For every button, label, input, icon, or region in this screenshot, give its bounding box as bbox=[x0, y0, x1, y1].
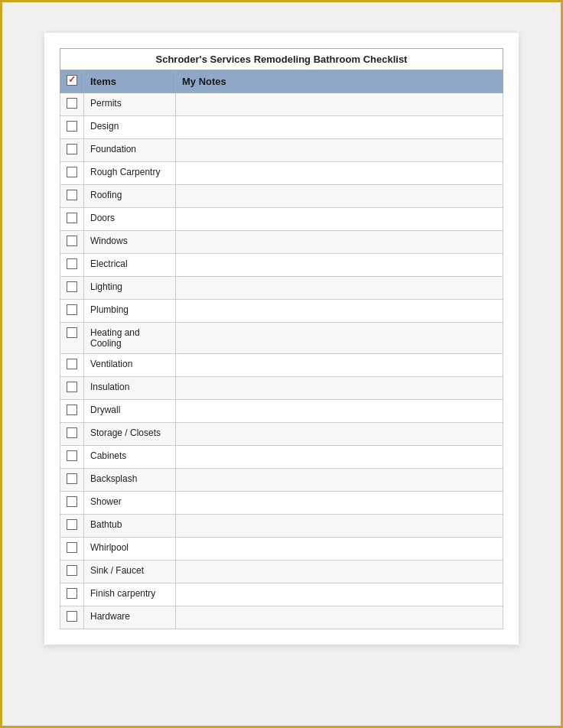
row-check-cell[interactable] bbox=[60, 423, 84, 446]
checklist-table: Schroder's Services Remodeling Bathroom … bbox=[60, 48, 503, 629]
table-row: Shower bbox=[60, 492, 503, 515]
row-check-cell[interactable] bbox=[60, 323, 84, 354]
row-item-cell: Doors bbox=[84, 208, 176, 231]
row-notes-cell[interactable] bbox=[176, 116, 503, 139]
row-notes-cell[interactable] bbox=[176, 469, 503, 492]
row-notes-cell[interactable] bbox=[176, 538, 503, 561]
row-check-cell[interactable] bbox=[60, 231, 84, 254]
row-notes-cell[interactable] bbox=[176, 208, 503, 231]
table-title: Schroder's Services Remodeling Bathroom … bbox=[60, 49, 503, 70]
row-notes-cell[interactable] bbox=[176, 139, 503, 162]
row-check-cell[interactable] bbox=[60, 300, 84, 323]
row-checkbox-icon bbox=[67, 258, 77, 269]
row-notes-cell[interactable] bbox=[176, 446, 503, 469]
table-row: Rough Carpentry bbox=[60, 162, 503, 185]
row-checkbox-icon bbox=[67, 167, 77, 177]
row-check-cell[interactable] bbox=[60, 561, 84, 583]
row-checkbox-icon bbox=[67, 519, 77, 530]
row-check-cell[interactable] bbox=[60, 185, 84, 208]
row-check-cell[interactable] bbox=[60, 377, 84, 400]
table-row: Foundation bbox=[60, 139, 503, 162]
row-notes-cell[interactable] bbox=[176, 277, 503, 300]
row-check-cell[interactable] bbox=[60, 446, 84, 469]
row-item-cell: Drywall bbox=[84, 400, 176, 423]
table-row: Windows bbox=[60, 231, 503, 254]
row-item-cell: Lighting bbox=[84, 277, 176, 300]
row-notes-cell[interactable] bbox=[176, 354, 503, 377]
row-notes-cell[interactable] bbox=[176, 515, 503, 538]
row-item-cell: Plumbing bbox=[84, 300, 176, 323]
row-checkbox-icon bbox=[67, 542, 77, 553]
table-row: Bathtub bbox=[60, 515, 503, 538]
header-row: Items My Notes bbox=[60, 70, 503, 93]
table-row: Permits bbox=[60, 93, 503, 116]
table-row: Backsplash bbox=[60, 469, 503, 492]
row-item-cell: Shower bbox=[84, 492, 176, 515]
row-item-cell: Cabinets bbox=[84, 446, 176, 469]
row-checkbox-icon bbox=[67, 588, 77, 599]
table-row: Doors bbox=[60, 208, 503, 231]
row-check-cell[interactable] bbox=[60, 515, 84, 538]
table-row: Storage / Closets bbox=[60, 423, 503, 446]
row-checkbox-icon bbox=[67, 427, 77, 438]
row-checkbox-icon bbox=[67, 304, 77, 315]
table-row: Electrical bbox=[60, 254, 503, 277]
row-check-cell[interactable] bbox=[60, 162, 84, 185]
row-notes-cell[interactable] bbox=[176, 254, 503, 277]
table-row: Heating and Cooling bbox=[60, 323, 503, 354]
row-notes-cell[interactable] bbox=[176, 185, 503, 208]
table-row: Plumbing bbox=[60, 300, 503, 323]
row-check-cell[interactable] bbox=[60, 139, 84, 162]
row-notes-cell[interactable] bbox=[176, 323, 503, 354]
row-checkbox-icon bbox=[67, 565, 77, 576]
row-check-cell[interactable] bbox=[60, 538, 84, 561]
row-item-cell: Foundation bbox=[84, 139, 176, 162]
row-check-cell[interactable] bbox=[60, 208, 84, 231]
row-checkbox-icon bbox=[67, 473, 77, 484]
row-checkbox-icon bbox=[67, 359, 77, 369]
row-item-cell: Permits bbox=[84, 93, 176, 116]
row-check-cell[interactable] bbox=[60, 492, 84, 515]
table-row: Design bbox=[60, 116, 503, 139]
header-items-col: Items bbox=[84, 70, 176, 93]
row-notes-cell[interactable] bbox=[176, 93, 503, 116]
row-check-cell[interactable] bbox=[60, 277, 84, 300]
table-row: Roofing bbox=[60, 185, 503, 208]
row-notes-cell[interactable] bbox=[176, 400, 503, 423]
row-item-cell: Insulation bbox=[84, 377, 176, 400]
table-row: Cabinets bbox=[60, 446, 503, 469]
row-notes-cell[interactable] bbox=[176, 162, 503, 185]
table-row: Lighting bbox=[60, 277, 503, 300]
row-notes-cell[interactable] bbox=[176, 231, 503, 254]
row-checkbox-icon bbox=[67, 98, 77, 109]
header-check-col bbox=[60, 70, 84, 93]
row-check-cell[interactable] bbox=[60, 116, 84, 139]
row-check-cell[interactable] bbox=[60, 606, 84, 629]
row-check-cell[interactable] bbox=[60, 93, 84, 116]
row-notes-cell[interactable] bbox=[176, 492, 503, 515]
row-checkbox-icon bbox=[67, 281, 77, 292]
table-row: Ventilation bbox=[60, 354, 503, 377]
row-item-cell: Hardware bbox=[84, 606, 176, 629]
table-row: Finish carpentry bbox=[60, 583, 503, 606]
table-row: Hardware bbox=[60, 606, 503, 629]
row-notes-cell[interactable] bbox=[176, 583, 503, 606]
row-checkbox-icon bbox=[67, 496, 77, 507]
page: Schroder's Services Remodeling Bathroom … bbox=[44, 33, 519, 645]
row-notes-cell[interactable] bbox=[176, 561, 503, 583]
row-notes-cell[interactable] bbox=[176, 423, 503, 446]
row-checkbox-icon bbox=[67, 144, 77, 154]
row-item-cell: Storage / Closets bbox=[84, 423, 176, 446]
row-check-cell[interactable] bbox=[60, 400, 84, 423]
row-check-cell[interactable] bbox=[60, 583, 84, 606]
row-notes-cell[interactable] bbox=[176, 377, 503, 400]
row-check-cell[interactable] bbox=[60, 469, 84, 492]
row-checkbox-icon bbox=[67, 213, 77, 223]
row-item-cell: Design bbox=[84, 116, 176, 139]
row-item-cell: Finish carpentry bbox=[84, 583, 176, 606]
row-check-cell[interactable] bbox=[60, 254, 84, 277]
row-notes-cell[interactable] bbox=[176, 606, 503, 629]
row-notes-cell[interactable] bbox=[176, 300, 503, 323]
row-check-cell[interactable] bbox=[60, 354, 84, 377]
row-item-cell: Windows bbox=[84, 231, 176, 254]
